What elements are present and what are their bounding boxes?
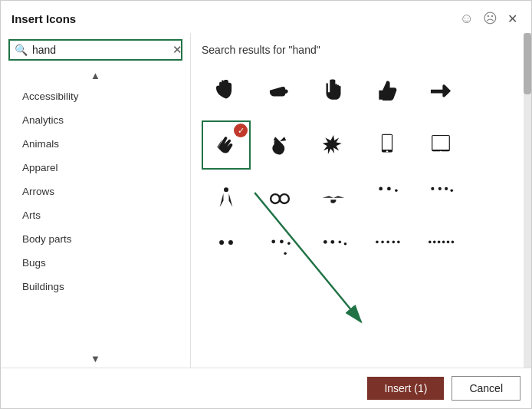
svg-point-36	[447, 241, 450, 244]
icon-elderly-person[interactable]	[202, 174, 251, 223]
scrollbar[interactable]	[524, 33, 531, 368]
dialog-body: 🔍 ✕ ▲ Accessibility Analytics Animals Ap…	[1, 33, 531, 368]
scroll-down-button[interactable]: ▼	[1, 350, 190, 368]
dialog-header: Insert Icons ☺ ☹ ✕	[1, 1, 531, 33]
icon-family-5[interactable]	[363, 228, 412, 277]
category-item-arrows[interactable]: Arrows	[1, 180, 190, 203]
category-item-buildings[interactable]: Buildings	[1, 275, 190, 299]
icon-open-palm[interactable]	[309, 67, 358, 116]
left-panel: 🔍 ✕ ▲ Accessibility Analytics Animals Ap…	[1, 33, 191, 368]
search-input[interactable]	[32, 44, 166, 56]
svg-point-31	[397, 241, 400, 244]
clear-search-button[interactable]: ✕	[171, 43, 184, 57]
icon-handcuffs[interactable]	[255, 174, 304, 223]
category-item-animals[interactable]: Animals	[1, 132, 190, 156]
svg-point-5	[440, 151, 442, 153]
dialog-footer: Insert (1) Cancel	[1, 368, 531, 408]
icon-pointing-hand-left[interactable]	[255, 67, 304, 116]
svg-point-17	[219, 240, 224, 245]
cancel-button[interactable]: Cancel	[452, 376, 521, 401]
svg-point-6	[224, 187, 228, 192]
results-header: Search results for "hand"	[191, 33, 531, 62]
category-item-apparel[interactable]: Apparel	[1, 156, 190, 180]
selected-badge: ✓	[234, 124, 248, 137]
svg-point-12	[395, 190, 398, 193]
icon-phone[interactable]	[363, 120, 412, 170]
icon-couple[interactable]	[202, 228, 251, 277]
icons-grid: ✓	[191, 62, 531, 368]
insert-icons-dialog: Insert Icons ☺ ☹ ✕ 🔍 ✕ ▲ Accessibility A…	[0, 0, 532, 409]
search-icon: 🔍	[15, 44, 28, 56]
category-item-accessibility[interactable]: Accessibility	[1, 84, 190, 108]
svg-point-26	[344, 242, 347, 246]
svg-point-18	[228, 240, 233, 245]
svg-point-20	[280, 239, 284, 243]
icon-thumbs-up[interactable]	[363, 67, 412, 116]
svg-point-8	[280, 194, 289, 203]
svg-point-7	[271, 194, 280, 203]
svg-point-21	[287, 242, 291, 245]
svg-rect-4	[432, 136, 448, 150]
icon-writing-hand[interactable]: ✓	[202, 120, 251, 170]
category-item-body-parts[interactable]: Body parts	[1, 227, 190, 251]
svg-point-33	[433, 241, 436, 244]
icon-family-children[interactable]	[255, 228, 304, 277]
icon-handshake[interactable]	[309, 174, 358, 223]
category-item-bugs[interactable]: Bugs	[1, 251, 190, 275]
svg-point-34	[438, 241, 441, 244]
right-panel: Search results for "hand"	[191, 33, 531, 368]
icon-family-4[interactable]	[309, 228, 358, 277]
icon-tablet[interactable]	[416, 120, 465, 170]
icon-star-hands[interactable]	[309, 120, 358, 170]
icon-family-3[interactable]	[363, 174, 412, 223]
svg-point-2	[386, 150, 388, 152]
svg-point-37	[452, 241, 455, 244]
icon-large-group[interactable]	[416, 228, 465, 277]
svg-point-28	[381, 241, 384, 244]
search-bar: 🔍 ✕	[8, 39, 182, 61]
svg-point-15	[445, 187, 448, 190]
category-item-arts[interactable]: Arts	[1, 203, 190, 227]
sad-emoji-button[interactable]: ☹	[481, 8, 500, 28]
svg-point-19	[271, 239, 275, 243]
svg-point-22	[284, 252, 287, 255]
clear-icon: ✕	[172, 43, 182, 57]
svg-point-23	[323, 240, 327, 244]
svg-point-35	[442, 241, 445, 244]
svg-point-30	[392, 241, 396, 244]
svg-point-32	[429, 241, 432, 244]
scroll-up-button[interactable]: ▲	[1, 67, 190, 84]
icon-cupped-hand[interactable]	[202, 67, 251, 116]
svg-point-16	[450, 190, 453, 193]
svg-point-24	[330, 240, 334, 244]
svg-point-10	[379, 187, 383, 191]
close-button[interactable]: ✕	[504, 10, 521, 28]
icon-clapping-hands[interactable]	[255, 120, 304, 170]
svg-point-25	[339, 241, 342, 244]
insert-button[interactable]: Insert (1)	[367, 377, 444, 400]
svg-point-13	[431, 187, 434, 190]
category-item-analytics[interactable]: Analytics	[1, 108, 190, 132]
svg-point-14	[438, 187, 442, 190]
svg-rect-1	[383, 135, 392, 150]
svg-point-27	[376, 241, 379, 244]
svg-point-11	[387, 187, 391, 191]
icon-pointing-finger-right[interactable]	[416, 67, 465, 116]
header-icons: ☺ ☹ ✕	[458, 8, 521, 28]
icon-family-group[interactable]	[416, 174, 465, 223]
dialog-title: Insert Icons	[11, 12, 76, 25]
happy-emoji-button[interactable]: ☺	[458, 9, 476, 28]
category-list: Accessibility Analytics Animals Apparel …	[1, 84, 190, 350]
scrollbar-thumb[interactable]	[524, 33, 531, 94]
svg-point-29	[386, 241, 389, 244]
